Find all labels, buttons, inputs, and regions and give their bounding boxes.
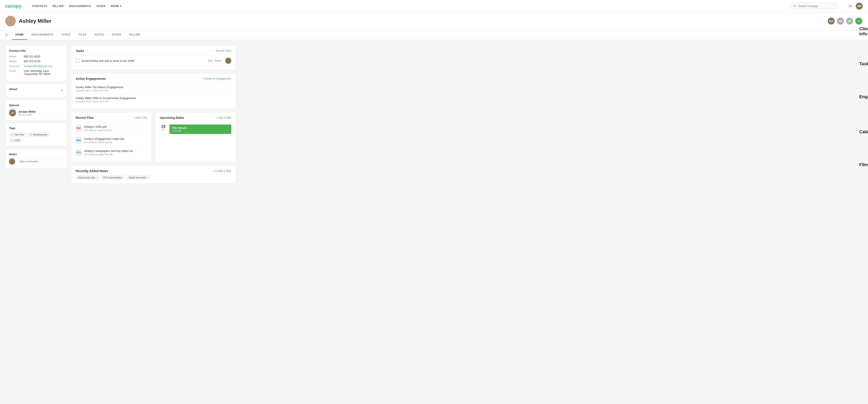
about-card: About + [5,84,67,97]
team-avatars: EA JM JP + [827,17,863,25]
note-tab-3[interactable]: Notes from visit... [126,175,150,180]
nav-more[interactable]: MORE ▾ [111,5,121,8]
app-logo[interactable]: canopy [5,3,22,9]
doc-icon: DOC [75,136,82,144]
about-title: About [9,88,17,91]
contact-personal-email: Personal ashleymiller@gmail.com [9,65,63,68]
tab-tasks[interactable]: TASKS [58,30,74,40]
upcoming-dates-panel: Upcoming Dates + Add a Date 15 Fri File … [155,112,236,162]
spouse-phone: 528-62-1406 [18,113,36,116]
search-input[interactable] [798,4,835,8]
team-avatar-add[interactable]: + [855,17,863,25]
client-avatar [5,16,16,26]
tag-icon-3: 🏷 [11,139,13,142]
gear-icon[interactable] [848,3,853,9]
annotation-engagements: Engagements [859,94,868,99]
team-avatar-2[interactable]: JM [836,17,844,25]
contact-mobile-phone: Mobile 881-873-9725 [9,60,63,63]
dates-header: Upcoming Dates + Add a Date [160,116,231,120]
file-info-3: Ashley's workpapers and key dates.xls Ji… [84,149,133,156]
search-bar[interactable] [790,3,838,9]
right-content: Tasks See All Tasks Email Ashley and ask… [71,45,236,184]
engagement-date-2: Updated Mar 2, 2016 2:54 PM [75,100,231,103]
top-navigation: canopy CONTACTS BILLING ENGAGEMENTS TASK… [0,0,868,12]
annotation-calendar: Calendar [859,129,868,134]
engagement-item-1[interactable]: Ashley Miller Tax Return Engagement Upda… [75,83,231,94]
client-header: Ashley Miller EA JM JP + [0,12,868,30]
create-engagement-link[interactable]: + Create an Engagement [202,77,231,80]
team-avatar-3[interactable]: JP [846,17,854,25]
tab-home[interactable]: HOME [12,30,27,40]
contact-home-address: Home 1441 Westridge LaneCanyonville, MT … [9,69,63,75]
cal-day-name: Fri [160,128,167,131]
svg-line-1 [795,7,796,7]
dates-title: Upcoming Dates [160,116,184,120]
annotation-files: Files [859,162,868,167]
engagements-title: Active Engagements [75,77,106,81]
task-text: Email Ashley and ask to send in her 1099 [82,59,206,62]
cal-event-name: File Return [172,126,229,129]
file-info-1: Ashley's 1040.pdf Eric Alvarez added thi… [84,125,112,131]
calendar-event-row: 15 Fri File Return 9:30 AM [160,122,231,136]
notes-input-row [9,158,63,165]
menu-icon[interactable]: ≡ [5,33,8,37]
file-info-2: Ashley's Engagement Letter.doc Eric Alva… [84,137,125,144]
engagement-item-2[interactable]: Ashley Miller Offer in Compromise Engage… [75,94,231,105]
about-add-button[interactable]: + [61,89,63,93]
tag-icon-2: 🏷 [30,133,32,136]
engagements-header: Active Engagements + Create an Engagemen… [75,77,231,81]
tags-card: Tags 🏷 Tax Prep 🏷 Bookkeeping 🏷 1040 [5,123,67,146]
nav-contacts[interactable]: CONTACTS [32,5,48,8]
create-note-link[interactable]: + Create a Note [213,169,231,173]
tag-tax-prep[interactable]: 🏷 Tax Prep [9,132,26,137]
notes-title: Notes [9,153,63,156]
nav-engagements[interactable]: ENGAGEMENTS [69,5,91,8]
file-name-3: Ashley's workpapers and key dates.xls [84,149,133,153]
team-avatar-1[interactable]: EA [827,17,835,25]
tags-list: 🏷 Tax Prep 🏷 Bookkeeping 🏷 1040 [9,132,63,143]
nav-tasks[interactable]: TASKS [96,5,105,8]
files-title: Recent Files [75,116,94,120]
notes-user-avatar [9,158,15,165]
spouse-card: Spouse JM Jordan Miller 528-62-1406 [5,100,67,120]
add-file-link[interactable]: + Add a File [133,116,147,119]
pdf-icon: PDF [75,125,82,132]
tasks-card: Tasks See All Tasks Email Ashley and ask… [71,45,236,70]
engagement-name-2: Ashley Miller Offer in Compromise Engage… [75,96,231,100]
recently-added-notes-panel: Recently Added Notes + Create a Note Not… [71,165,236,184]
see-all-tasks-link[interactable]: See All Tasks [216,49,231,52]
task-checkbox[interactable] [75,59,80,63]
tag-bookkeeping[interactable]: 🏷 Bookkeeping [28,132,50,137]
engagements-card: Active Engagements + Create an Engagemen… [71,73,236,109]
spouse-row: JM Jordan Miller 528-62-1406 [9,110,63,116]
task-due: Due: Today [208,59,221,62]
tag-1040[interactable]: 🏷 1040 [9,138,22,143]
file-name-1: Ashley's 1040.pdf [84,125,112,128]
file-item-1[interactable]: PDF Ashley's 1040.pdf Eric Alvarez added… [75,122,147,134]
note-tab-2[interactable]: PO Conversation [101,175,125,180]
tab-files[interactable]: FILES [75,30,90,40]
annotation-tasks: Tasks [859,61,868,66]
client-tabs: ≡ HOME ENGAGEMENTS TASKS FILES NOTES DAT… [0,30,868,40]
tab-billing[interactable]: BILLING [126,30,144,40]
tab-notes[interactable]: NOTES [91,30,107,40]
nav-billing[interactable]: BILLING [53,5,64,8]
spouse-name[interactable]: Jordan Miller [18,110,36,113]
task-assignee-avatar [225,58,231,64]
file-item-2[interactable]: DOC Ashley's Engagement Letter.doc Eric … [75,134,147,146]
tab-engagements[interactable]: ENGAGEMENTS [28,30,57,40]
engagement-date-1: Updated Mar 2, 2016 2:54 PM [75,89,231,92]
notes-panel-header: Recently Added Notes + Create a Note [75,169,231,173]
search-icon [793,5,796,8]
file-item-3[interactable]: XLS Ashley's workpapers and key dates.xl… [75,146,147,158]
notes-input[interactable] [17,158,63,165]
left-sidebar: Contact Info Home 885-321-8553 Mobile 88… [5,45,67,184]
cal-day-num: 15 [160,125,167,128]
add-date-link[interactable]: + Add a Date [216,116,231,119]
note-tab-1[interactable]: Notes from call... [75,175,99,180]
cal-event-time: 9:30 AM [172,129,229,132]
contact-home-phone: Home 885-321-8553 [9,55,63,58]
cal-event[interactable]: File Return 9:30 AM [169,125,231,134]
tab-dates[interactable]: DATES [108,30,125,40]
user-avatar[interactable]: AM [856,3,863,10]
